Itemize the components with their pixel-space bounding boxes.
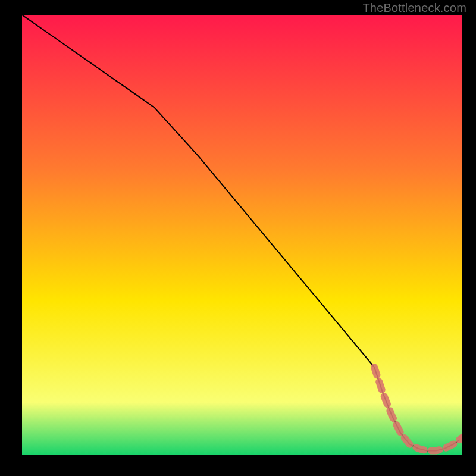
plot-area	[22, 15, 462, 455]
chart-frame: TheBottleneck.com	[0, 0, 476, 476]
watermark-text: TheBottleneck.com	[362, 1, 466, 15]
plot-svg	[22, 15, 462, 455]
gradient-background	[22, 15, 462, 455]
